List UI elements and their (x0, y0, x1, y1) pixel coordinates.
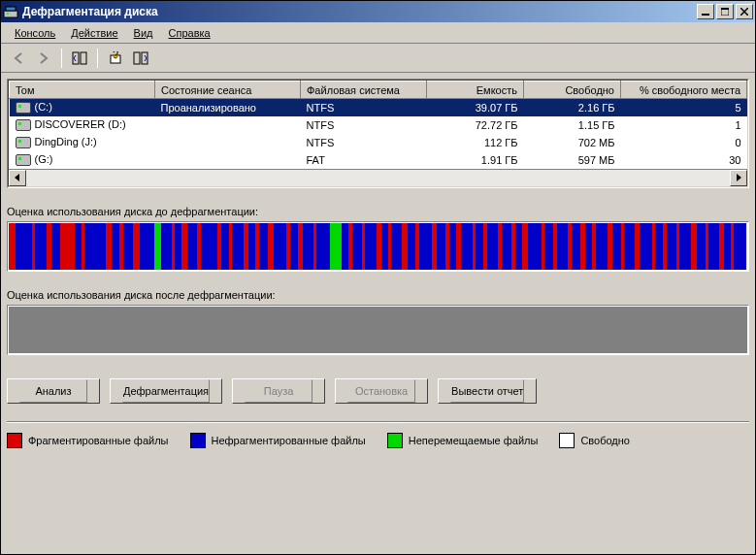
legend-fragmented-label: Фрагментированные файлы (28, 435, 169, 446)
disk-stripe (187, 223, 197, 270)
disk-stripe (528, 223, 542, 270)
disk-stripe (408, 223, 415, 270)
menubar: Консоль Действие Вид Справка (1, 22, 755, 44)
disk-stripe (342, 223, 348, 270)
app-window: Дефрагментация диска Консоль Действие Ви… (0, 0, 756, 555)
legend-free-label: Свободно (580, 435, 630, 446)
menu-action[interactable]: Действие (63, 25, 125, 41)
disk-stripe (112, 223, 119, 270)
view-button[interactable] (129, 47, 152, 70)
disk-stripe (391, 223, 402, 270)
analyze-button[interactable]: Анализ (7, 378, 100, 404)
col-session[interactable]: Состояние сеанса (155, 82, 301, 99)
up-button[interactable] (68, 47, 91, 70)
disk-stripe (612, 223, 620, 270)
disk-stripe (724, 223, 731, 270)
properties-button[interactable]: ? (104, 47, 127, 70)
disk-stripe (572, 223, 581, 270)
disk-stripe (201, 223, 217, 270)
column-headers: Том Состояние сеанса Файловая система Ем… (10, 82, 747, 99)
table-row[interactable]: DISCOVERER (D:)NTFS72.72 ГБ1.15 ГБ1 (10, 116, 747, 134)
disk-stripe (381, 223, 388, 270)
report-button[interactable]: Вывести отчет (438, 378, 537, 404)
disk-stripe (248, 223, 255, 270)
disk-stripe (35, 223, 47, 270)
before-defrag-map (7, 221, 749, 272)
table-row[interactable]: DingDing (J:)NTFS112 ГБ702 МБ0 (10, 134, 747, 151)
app-icon (3, 4, 18, 19)
disk-stripe (515, 223, 522, 270)
after-label: Оценка использования диска после дефрагм… (7, 289, 749, 301)
disk-stripe (708, 223, 719, 270)
disk-stripe (667, 223, 676, 270)
disk-stripe (596, 223, 608, 270)
disk-stripe (437, 223, 446, 270)
disk-stripe (352, 223, 362, 270)
drive-icon (16, 154, 31, 166)
table-row[interactable]: (C:)ПроанализированоNTFS39.07 ГБ2.16 ГБ5 (10, 99, 747, 116)
disk-stripe (175, 223, 181, 270)
disk-stripe (461, 223, 473, 270)
drive-icon (16, 102, 31, 114)
disk-stripe (140, 223, 153, 270)
minimize-button[interactable] (697, 4, 714, 19)
menu-console[interactable]: Консоль (7, 25, 63, 41)
legend: Фрагментированные файлы Нефрагментирован… (7, 433, 749, 448)
col-fs[interactable]: Файловая система (301, 82, 427, 99)
disk-stripe (75, 223, 82, 270)
stop-button: Остановка (335, 378, 428, 404)
scroll-track[interactable] (26, 170, 730, 186)
disk-stripe (487, 223, 498, 270)
disk-stripe (679, 223, 691, 270)
before-label: Оценка использования диска до дефрагмент… (7, 206, 749, 217)
scroll-left-icon[interactable] (9, 170, 26, 186)
disk-stripe (123, 223, 134, 270)
table-row[interactable]: (G:)FAT1.91 ГБ597 МБ30 (10, 151, 747, 169)
svg-rect-1 (6, 7, 16, 11)
disk-stripe (585, 223, 592, 270)
maximize-button[interactable] (716, 4, 734, 19)
col-volume[interactable]: Том (10, 82, 155, 99)
disk-stripe (624, 223, 635, 270)
legend-contiguous-label: Нефрагментированные файлы (212, 435, 366, 446)
disk-stripe (84, 223, 105, 270)
disk-stripe (274, 223, 286, 270)
disk-stripe (502, 223, 511, 270)
toolbar: ? (1, 44, 755, 73)
volume-list: Том Состояние сеанса Файловая система Ем… (7, 79, 749, 188)
svg-rect-0 (4, 11, 17, 17)
disk-stripe (476, 223, 483, 270)
disk-stripe (16, 223, 32, 270)
titlebar[interactable]: Дефрагментация диска (1, 1, 755, 22)
col-pctfree[interactable]: % свободного места (621, 82, 747, 99)
after-defrag-map (7, 305, 749, 355)
disk-stripe (51, 223, 61, 270)
disk-stripe (544, 223, 552, 270)
back-button[interactable] (7, 47, 30, 70)
disk-stripe (365, 223, 377, 270)
defragment-button[interactable]: Дефрагментация (110, 378, 222, 404)
disk-stripe (161, 223, 172, 270)
menu-help[interactable]: Справка (161, 25, 218, 41)
menu-view[interactable]: Вид (126, 25, 161, 41)
disk-stripe (419, 223, 432, 270)
window-title: Дефрагментация диска (22, 5, 697, 18)
close-button[interactable] (736, 4, 753, 19)
disk-stripe (60, 223, 74, 270)
col-free[interactable]: Свободно (524, 82, 621, 99)
h-scrollbar[interactable] (9, 169, 747, 186)
disk-stripe (259, 223, 269, 270)
legend-unmovable-swatch (387, 433, 403, 448)
legend-free-swatch (559, 433, 575, 448)
forward-button[interactable] (32, 47, 55, 70)
disk-stripe (232, 223, 244, 270)
col-capacity[interactable]: Емкость (427, 82, 524, 99)
disk-stripe (9, 223, 16, 270)
scroll-right-icon[interactable] (730, 170, 747, 186)
pause-button: Пауза (232, 378, 325, 404)
svg-rect-3 (702, 14, 709, 16)
disk-stripe (221, 223, 229, 270)
legend-fragmented-swatch (7, 433, 22, 448)
disk-stripe (290, 223, 298, 270)
disk-stripe (330, 223, 342, 270)
